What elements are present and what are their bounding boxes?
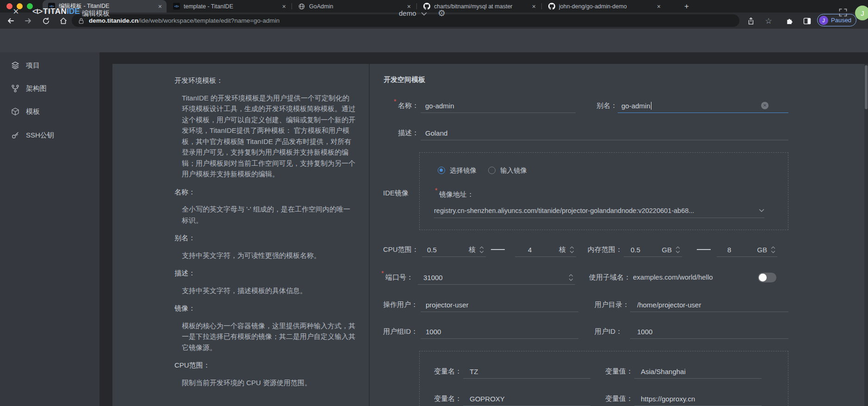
clear-icon[interactable]: ✕: [761, 102, 769, 109]
port-value[interactable]: 31000: [418, 274, 443, 281]
doc-body: 模板的核心为一个容器镜像，这里提供两种输入方式，其一是下拉选择已有模板的镜像；其…: [182, 320, 356, 353]
env-value-input[interactable]: [634, 392, 762, 406]
doc-heading: 镜像：: [174, 303, 356, 314]
chevron-down-icon[interactable]: [759, 209, 764, 212]
sidebar-item-projects[interactable]: 项目: [0, 58, 99, 72]
env-value-input-field[interactable]: [634, 364, 762, 378]
tab-close-icon[interactable]: ×: [657, 3, 661, 10]
image-address-select[interactable]: registry.cn-shenzhen.aliyuncs.com/titani…: [434, 204, 764, 218]
operator-label: 操作用户：: [383, 298, 418, 312]
tab-goadmin[interactable]: GoAdmin ×: [292, 0, 415, 12]
new-tab-button[interactable]: +: [681, 1, 692, 12]
group-id-input-field[interactable]: [421, 325, 578, 338]
stepper-icon[interactable]: [771, 246, 775, 254]
required-mark: *: [381, 269, 384, 277]
radio-input-image[interactable]: 输入镜像: [488, 163, 527, 177]
memory-min-unit: GB: [662, 246, 672, 254]
stepper-icon[interactable]: [569, 274, 573, 281]
tab-go-admin-demo[interactable]: john-deng/go-admin-demo ×: [542, 0, 665, 12]
alias-value[interactable]: go-admin: [621, 102, 651, 110]
scrollbar-thumb[interactable]: [865, 65, 868, 109]
reload-icon[interactable]: [41, 16, 51, 26]
gear-icon[interactable]: ⚙: [438, 8, 446, 19]
env-value-input-field[interactable]: [634, 392, 762, 406]
user-id-input-field[interactable]: [630, 325, 788, 338]
sidebar-item-ssh-keys[interactable]: SSH公钥: [0, 128, 99, 142]
logo-titan-text: TITAN: [43, 7, 67, 16]
chevron-down-icon[interactable]: [421, 12, 427, 16]
tab-close-icon[interactable]: ×: [158, 3, 162, 10]
env-name-input[interactable]: [463, 364, 590, 379]
extensions-puzzle-icon[interactable]: [784, 16, 794, 26]
description-input[interactable]: [421, 126, 788, 140]
user-id-input[interactable]: [630, 325, 788, 339]
user-id-label: 用户ID：: [595, 325, 622, 338]
side-panel-icon[interactable]: [802, 16, 812, 26]
tab-title: GoAdmin: [309, 3, 403, 10]
stepper-icon[interactable]: [479, 246, 484, 254]
tab-close-icon[interactable]: ×: [407, 3, 411, 10]
radio-select-image[interactable]: 选择镜像: [438, 163, 477, 177]
home-dir-input[interactable]: [630, 298, 788, 312]
cpu-max-value[interactable]: 4: [528, 246, 532, 254]
sidebar-item-templates[interactable]: 模板: [0, 105, 99, 119]
tab-close-icon[interactable]: ×: [282, 3, 286, 10]
memory-max-value[interactable]: 8: [727, 246, 731, 254]
tab-title: john-deng/go-admin-demo: [559, 3, 653, 10]
env-value-input[interactable]: [634, 364, 762, 379]
cpu-min-value[interactable]: 0.5: [427, 246, 437, 254]
close-icon[interactable]: ×: [13, 6, 19, 17]
name-input-field[interactable]: [421, 99, 576, 112]
scrollbar-track[interactable]: [864, 64, 868, 406]
name-input[interactable]: [421, 99, 576, 113]
stepper-icon[interactable]: [676, 246, 680, 254]
back-icon[interactable]: [6, 16, 16, 26]
radio-selected-icon[interactable]: [438, 167, 445, 174]
logo-bracket-right: >: [38, 7, 42, 16]
home-icon[interactable]: [58, 16, 68, 26]
workspace-selector[interactable]: demo: [399, 9, 416, 17]
env-name-input[interactable]: [463, 392, 590, 406]
sidebar-item-architecture[interactable]: 架构图: [0, 81, 99, 95]
operator-input[interactable]: [421, 298, 578, 312]
home-dir-input-field[interactable]: [630, 298, 788, 312]
doc-body: 限制当前开发环境的 CPU 资源使用范围。: [182, 377, 356, 388]
cpu-max-input[interactable]: 4 核: [515, 243, 576, 257]
operator-input-field[interactable]: [421, 298, 578, 312]
memory-min-value[interactable]: 0.5: [631, 246, 640, 254]
tab-charts-bitnami-mysql[interactable]: charts/bitnami/mysql at master ×: [417, 0, 540, 12]
subdomain-toggle[interactable]: [758, 273, 776, 282]
tab-separator: [291, 3, 292, 9]
traffic-light-close-icon[interactable]: [6, 3, 12, 9]
port-label: 端口号：: [385, 270, 413, 284]
memory-min-input[interactable]: 0.5 GB: [624, 243, 682, 257]
memory-max-unit: GB: [757, 246, 767, 254]
sidebar-item-label: 模板: [26, 107, 40, 116]
user-avatar[interactable]: J: [855, 6, 868, 20]
required-mark: *: [435, 187, 437, 194]
radio-unselected-icon[interactable]: [488, 167, 496, 174]
description-input-field[interactable]: [421, 126, 788, 140]
browser-profile-button[interactable]: J Paused: [817, 14, 856, 26]
fullscreen-icon[interactable]: [838, 8, 848, 17]
cpu-min-input[interactable]: 0.5 核: [422, 243, 486, 257]
github-icon: [548, 3, 555, 10]
cpu-min-unit: 核: [469, 245, 476, 254]
bookmark-star-icon[interactable]: ☆: [763, 16, 774, 26]
required-mark: *: [394, 98, 396, 105]
memory-max-input[interactable]: 8 GB: [717, 243, 777, 257]
group-id-input[interactable]: [421, 325, 578, 339]
tab-close-icon[interactable]: ×: [532, 3, 536, 10]
tab-template[interactable]: <t> template - TitanIDE ×: [167, 0, 291, 12]
port-input[interactable]: 31000: [418, 270, 575, 285]
share-icon[interactable]: [746, 16, 756, 26]
logo-ide-text: IDE: [67, 7, 80, 16]
alias-input[interactable]: go-admin ✕: [618, 99, 788, 113]
sidebar-item-label: SSH公钥: [26, 131, 54, 140]
range-dash: [697, 249, 711, 250]
stepper-icon[interactable]: [570, 246, 574, 254]
url-path: /ide/web/workspace/template/edit?name=go…: [138, 17, 279, 24]
env-name-input-field[interactable]: [463, 364, 590, 378]
env-name-input-field[interactable]: [463, 392, 590, 406]
forward-icon[interactable]: [23, 16, 33, 26]
